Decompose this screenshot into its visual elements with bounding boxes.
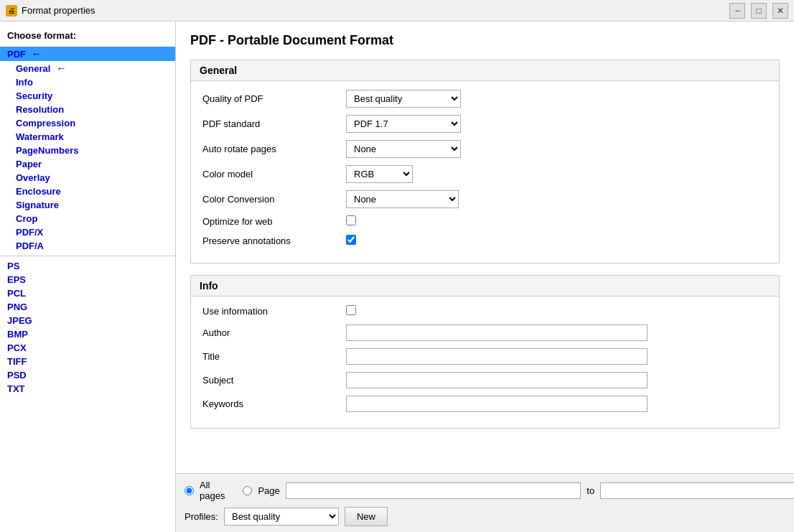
- sidebar-label-png: PNG: [7, 302, 27, 312]
- sidebar-item-resolution[interactable]: Resolution: [0, 103, 175, 116]
- sidebar-item-crop[interactable]: Crop: [0, 212, 175, 225]
- color-conversion-label: Color Conversion: [202, 194, 346, 205]
- sidebar-item-png[interactable]: PNG: [0, 300, 175, 314]
- sidebar-item-info[interactable]: Info: [0, 75, 175, 89]
- sidebar-item-pdfx[interactable]: PDF/X: [0, 225, 175, 239]
- sidebar-label-bmp: BMP: [7, 329, 28, 340]
- sidebar-label-paper: Paper: [16, 159, 42, 169]
- all-pages-radio[interactable]: [185, 486, 194, 495]
- sidebar-item-bmp[interactable]: BMP: [0, 327, 175, 341]
- author-input[interactable]: [346, 325, 648, 341]
- sidebar-item-pdf[interactable]: PDF ←: [0, 47, 175, 61]
- sidebar-label-pdfa: PDF/A: [16, 241, 44, 251]
- keywords-input[interactable]: [346, 396, 648, 412]
- sidebar-item-security[interactable]: Security: [0, 89, 175, 103]
- info-section-header: Info: [191, 276, 779, 297]
- author-row: Author: [202, 325, 767, 341]
- sidebar-item-signature[interactable]: Signature: [0, 198, 175, 212]
- keywords-control: [346, 396, 767, 412]
- use-information-row: Use information: [202, 305, 767, 317]
- auto-rotate-control: None All pages Page by page: [346, 140, 767, 158]
- author-label: Author: [202, 327, 346, 338]
- sidebar-item-compression[interactable]: Compression: [0, 116, 175, 130]
- minimize-button[interactable]: −: [729, 3, 745, 19]
- color-model-row: Color model RGB CMYK Grayscale: [202, 165, 767, 183]
- use-information-checkbox[interactable]: [346, 305, 356, 315]
- sidebar-item-txt[interactable]: TXT: [0, 382, 175, 396]
- sidebar-item-general[interactable]: General ←: [0, 61, 175, 75]
- page-from-input[interactable]: [286, 482, 582, 499]
- sidebar-item-pagenumbers[interactable]: PageNumbers: [0, 144, 175, 157]
- auto-rotate-label: Auto rotate pages: [202, 144, 346, 154]
- sidebar-label-crop: Crop: [16, 213, 37, 224]
- subject-control: [346, 372, 767, 388]
- close-button[interactable]: ✕: [772, 3, 788, 19]
- profiles-row: Profiles: Best quality High quality Norm…: [185, 507, 794, 526]
- general-section-header: General: [191, 60, 779, 81]
- sidebar-item-tiff[interactable]: TIFF: [0, 355, 175, 368]
- optimize-web-control: [346, 215, 767, 228]
- sidebar: Choose format: PDF ← General ← Info Secu…: [0, 22, 176, 532]
- use-information-control: [346, 305, 767, 317]
- arrow-icon-pdf: ←: [32, 48, 42, 60]
- sidebar-item-pdfa[interactable]: PDF/A: [0, 239, 175, 253]
- sidebar-item-pcx[interactable]: PCX: [0, 341, 175, 355]
- subject-row: Subject: [202, 372, 767, 388]
- pdf-standard-control: PDF 1.4 PDF 1.5 PDF 1.6 PDF 1.7: [346, 115, 767, 133]
- title-input[interactable]: [346, 348, 648, 365]
- sidebar-item-paper[interactable]: Paper: [0, 157, 175, 171]
- sidebar-item-ps[interactable]: PS: [0, 259, 175, 273]
- quality-select[interactable]: Best quality High quality Normal quality…: [346, 90, 461, 108]
- keywords-row: Keywords: [202, 396, 767, 412]
- content-area: PDF - Portable Document Format General Q…: [176, 22, 794, 532]
- color-conversion-control: None Convert to RGB Convert to CMYK Conv…: [346, 190, 767, 208]
- sidebar-item-psd[interactable]: PSD: [0, 368, 175, 382]
- pdf-standard-select[interactable]: PDF 1.4 PDF 1.5 PDF 1.6 PDF 1.7: [346, 115, 461, 133]
- quality-label: Quality of PDF: [202, 93, 346, 104]
- sidebar-label-eps: EPS: [7, 274, 26, 285]
- sidebar-label-info: Info: [16, 77, 33, 88]
- new-button[interactable]: New: [345, 507, 388, 526]
- color-conversion-row: Color Conversion None Convert to RGB Con…: [202, 190, 767, 208]
- sidebar-item-watermark[interactable]: Watermark: [0, 130, 175, 144]
- sidebar-item-overlay[interactable]: Overlay: [0, 171, 175, 185]
- title-bar: 🖨 Format properties − □ ✕: [0, 0, 794, 22]
- sidebar-label-tiff: TIFF: [7, 356, 27, 367]
- color-model-select[interactable]: RGB CMYK Grayscale: [346, 165, 413, 183]
- maximize-button[interactable]: □: [751, 3, 767, 19]
- sidebar-item-pcl[interactable]: PCL: [0, 286, 175, 300]
- sidebar-label-signature: Signature: [16, 200, 59, 210]
- sidebar-label-security: Security: [16, 90, 52, 101]
- bottom-two-cols: All pages Page to Profiles: Best quality…: [185, 480, 785, 526]
- title-row: Title: [202, 348, 767, 365]
- page-to-input[interactable]: [600, 482, 794, 499]
- to-label: to: [587, 485, 594, 496]
- sidebar-label-overlay: Overlay: [16, 172, 50, 183]
- bottom-bar: All pages Page to Profiles: Best quality…: [176, 473, 794, 532]
- profiles-select[interactable]: Best quality High quality Normal quality: [224, 508, 339, 526]
- sidebar-label-resolution: Resolution: [16, 104, 64, 115]
- color-conversion-select[interactable]: None Convert to RGB Convert to CMYK Conv…: [346, 190, 459, 208]
- page-radio[interactable]: [243, 486, 252, 495]
- preserve-annotations-checkbox[interactable]: [346, 235, 356, 245]
- sidebar-header: Choose format:: [0, 27, 175, 47]
- all-pages-label: All pages: [200, 480, 237, 501]
- sidebar-item-eps[interactable]: EPS: [0, 273, 175, 286]
- preserve-annotations-label: Preserve annotations: [202, 235, 346, 246]
- sidebar-label-ps: PS: [7, 261, 19, 271]
- sidebar-label-psd: PSD: [7, 370, 27, 381]
- sidebar-item-enclosure[interactable]: Enclosure: [0, 185, 175, 198]
- preserve-annotations-row: Preserve annotations: [202, 235, 767, 247]
- subject-input[interactable]: [346, 372, 648, 388]
- quality-control: Best quality High quality Normal quality…: [346, 90, 767, 108]
- optimize-web-checkbox[interactable]: [346, 215, 356, 225]
- sidebar-item-jpeg[interactable]: JPEG: [0, 314, 175, 327]
- color-model-label: Color model: [202, 169, 346, 179]
- pdf-standard-label: PDF standard: [202, 118, 346, 129]
- title-label: Title: [202, 351, 346, 362]
- auto-rotate-select[interactable]: None All pages Page by page: [346, 140, 461, 158]
- author-control: [346, 325, 767, 341]
- auto-rotate-row: Auto rotate pages None All pages Page by…: [202, 140, 767, 158]
- general-section: General Quality of PDF Best quality High…: [190, 60, 780, 263]
- preserve-annotations-control: [346, 235, 767, 247]
